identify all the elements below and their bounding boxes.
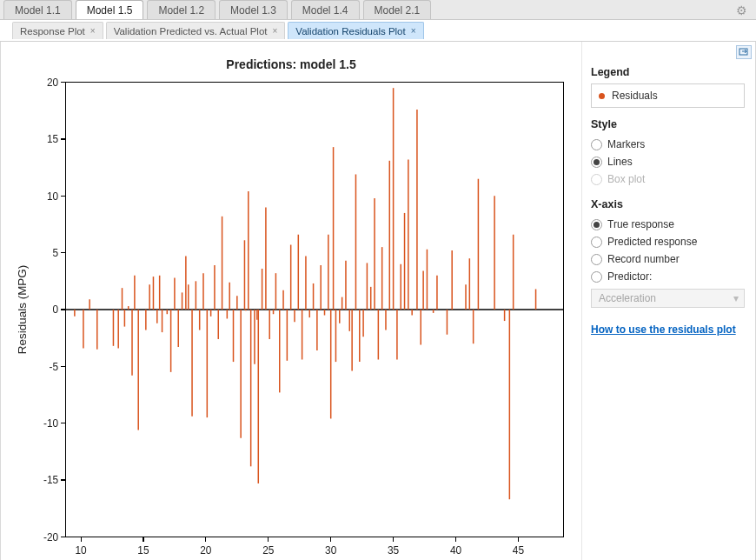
radio-icon xyxy=(591,254,602,265)
model-tab[interactable]: Model 1.3 xyxy=(219,0,288,19)
xaxis-heading: X-axis xyxy=(591,198,745,210)
radio-icon xyxy=(591,219,602,230)
svg-text:10: 10 xyxy=(75,544,87,557)
svg-text:35: 35 xyxy=(388,544,400,557)
model-tab[interactable]: Model 2.1 xyxy=(363,0,432,19)
xaxis-radio-predicted-response[interactable]: Predicted response xyxy=(591,233,745,250)
svg-text:5: 5 xyxy=(53,247,59,259)
radio-icon xyxy=(591,139,602,150)
close-icon[interactable]: × xyxy=(273,26,278,36)
svg-text:25: 25 xyxy=(262,544,275,557)
legend-dot-icon xyxy=(599,93,605,99)
side-panel: Legend Residuals Style Markers Lines Box… xyxy=(581,42,755,560)
xaxis-radio-true-response[interactable]: True response xyxy=(591,216,745,233)
svg-text:-5: -5 xyxy=(50,361,59,373)
help-link[interactable]: How to use the residuals plot xyxy=(591,323,745,336)
dock-icon xyxy=(739,47,749,57)
svg-text:45: 45 xyxy=(513,544,525,557)
plot-tab[interactable]: Validation Residuals Plot× xyxy=(288,22,423,39)
svg-text:-15: -15 xyxy=(43,474,59,486)
svg-text:20: 20 xyxy=(47,77,59,89)
svg-text:20: 20 xyxy=(200,544,212,557)
svg-text:10: 10 xyxy=(47,190,59,203)
model-tab[interactable]: Model 1.5 xyxy=(76,0,144,19)
main-pane: Predictions: model 1.5 -20-15-10-5051015… xyxy=(0,42,756,560)
legend-box[interactable]: Residuals xyxy=(591,83,745,108)
legend-heading: Legend xyxy=(591,66,745,78)
model-tab[interactable]: Model 1.2 xyxy=(147,0,216,19)
svg-text:-10: -10 xyxy=(43,417,59,430)
plot-tab-bar: Response Plot× Validation Predicted vs. … xyxy=(0,20,756,41)
plot-tab-bar-wrap: Response Plot× Validation Predicted vs. … xyxy=(0,20,756,42)
svg-text:-20: -20 xyxy=(43,531,59,543)
svg-text:30: 30 xyxy=(325,544,337,557)
model-tab[interactable]: Model 1.4 xyxy=(291,0,360,19)
svg-text:15: 15 xyxy=(47,133,59,145)
radio-icon xyxy=(591,237,602,248)
radio-icon xyxy=(591,157,602,168)
predictor-select: Acceleration ▾ xyxy=(591,289,745,308)
plot-tab[interactable]: Response Plot× xyxy=(12,22,103,39)
legend-item-label: Residuals xyxy=(612,90,658,102)
radio-icon xyxy=(591,174,602,185)
chart-title: Predictions: model 1.5 xyxy=(10,57,573,71)
svg-text:0: 0 xyxy=(53,303,59,316)
plot-tab[interactable]: Validation Predicted vs. Actual Plot× xyxy=(106,22,286,39)
residuals-chart[interactable]: -20-15-10-5051015201015202530354045True … xyxy=(10,75,573,560)
dock-button[interactable] xyxy=(736,45,752,59)
xaxis-radio-record-number[interactable]: Record number xyxy=(591,250,745,268)
predictor-select-value: Acceleration xyxy=(599,292,656,304)
svg-text:Residuals (MPG): Residuals (MPG) xyxy=(16,265,29,355)
gear-icon[interactable]: ⚙ xyxy=(736,3,747,17)
close-icon[interactable]: × xyxy=(90,26,96,36)
style-radio-lines[interactable]: Lines xyxy=(591,153,745,170)
chart-area: Predictions: model 1.5 -20-15-10-5051015… xyxy=(1,42,581,560)
model-tab[interactable]: Model 1.1 xyxy=(3,0,72,19)
style-radio-markers[interactable]: Markers xyxy=(591,136,745,153)
model-tab-bar: Model 1.1 Model 1.5 Model 1.2 Model 1.3 … xyxy=(0,0,756,20)
svg-text:15: 15 xyxy=(137,544,149,557)
radio-icon xyxy=(591,271,602,283)
svg-text:40: 40 xyxy=(450,544,462,557)
xaxis-radio-predictor[interactable]: Predictor: xyxy=(591,268,745,285)
close-icon[interactable]: × xyxy=(411,26,416,36)
style-heading: Style xyxy=(591,118,745,130)
chevron-down-icon: ▾ xyxy=(733,292,739,304)
style-radio-boxplot: Box plot xyxy=(591,170,745,188)
